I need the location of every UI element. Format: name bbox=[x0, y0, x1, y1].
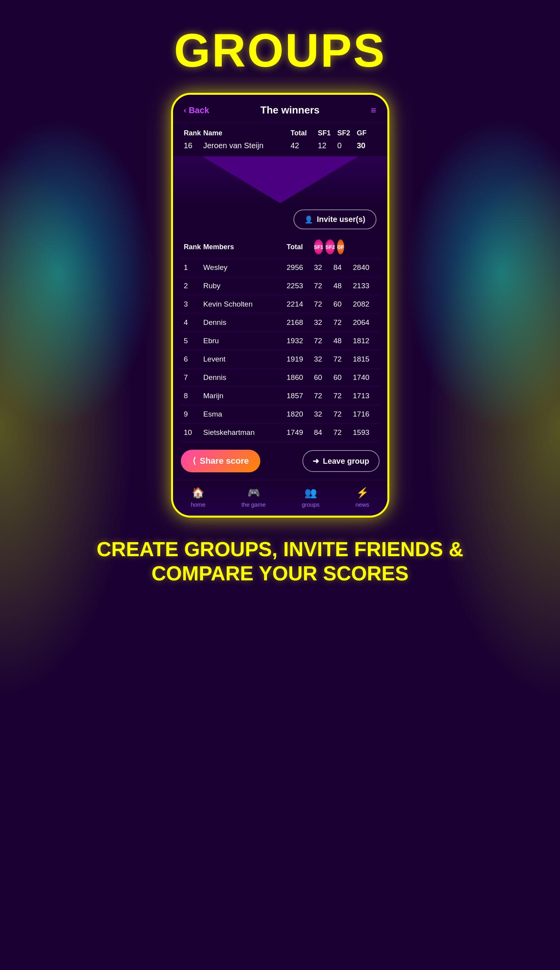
row-rank: 2 bbox=[184, 282, 203, 290]
row-name: Ebru bbox=[203, 337, 287, 345]
row-rank: 8 bbox=[184, 392, 203, 400]
row-name: Kevin Scholten bbox=[203, 300, 287, 309]
row-name: Wesley bbox=[203, 263, 287, 272]
table-row: 4 Dennis 2168 32 72 2064 bbox=[179, 313, 381, 332]
row-total: 1857 bbox=[287, 392, 314, 400]
row-sf1: 72 bbox=[314, 392, 334, 400]
current-user-section: Rank Name Total SF1 SF2 GF 16 Jeroen van… bbox=[173, 123, 387, 156]
leave-icon: ➜ bbox=[313, 456, 319, 466]
leave-group-button[interactable]: ➜ Leave group bbox=[302, 450, 380, 472]
lb-col-total: Total bbox=[287, 243, 314, 251]
col-name: Name bbox=[203, 129, 291, 137]
row-rank: 9 bbox=[184, 410, 203, 419]
row-sf1: 32 bbox=[314, 410, 334, 419]
row-gf: 2840 bbox=[353, 263, 376, 272]
lb-badges: SF1 SF2 GF bbox=[314, 239, 334, 254]
current-user-row: 16 Jeroen van Steijn 42 12 0 30 bbox=[184, 141, 376, 150]
phone-header: ‹ Back The winners ≡ bbox=[173, 95, 387, 123]
row-name: Esma bbox=[203, 410, 287, 419]
row-sf2: 48 bbox=[334, 337, 353, 345]
gf-badge: GF bbox=[337, 239, 344, 254]
row-name: Levent bbox=[203, 355, 287, 364]
tagline: CREATE GROUPS, INVITE FRIENDS &COMPARE Y… bbox=[65, 537, 495, 586]
table-row: 9 Esma 1820 32 72 1716 bbox=[179, 405, 381, 423]
col-rank: Rank bbox=[184, 129, 203, 137]
nav-item-home[interactable]: 🏠 home bbox=[191, 487, 206, 508]
back-label: Back bbox=[189, 105, 209, 115]
row-gf: 1593 bbox=[353, 428, 376, 437]
row-name: Dennis bbox=[203, 318, 287, 327]
menu-icon[interactable]: ≡ bbox=[371, 105, 376, 116]
row-sf2: 72 bbox=[334, 392, 353, 400]
row-sf1: 72 bbox=[314, 282, 334, 290]
row-gf: 1713 bbox=[353, 392, 376, 400]
row-rank: 3 bbox=[184, 300, 203, 309]
phone-frame: ‹ Back The winners ≡ Rank Name Total SF1… bbox=[171, 93, 389, 518]
row-sf1: 84 bbox=[314, 428, 334, 437]
screen-title: The winners bbox=[260, 104, 320, 116]
invite-section: 👤 Invite user(s) bbox=[173, 203, 387, 236]
table-row: 1 Wesley 2956 32 84 2840 bbox=[179, 258, 381, 277]
invite-users-button[interactable]: 👤 Invite user(s) bbox=[293, 209, 376, 229]
lb-col-rank: Rank bbox=[184, 243, 203, 251]
share-icon: ⟨ bbox=[193, 456, 196, 466]
row-total: 2956 bbox=[287, 263, 314, 272]
row-rank: 5 bbox=[184, 337, 203, 345]
row-name: Sietskehartman bbox=[203, 428, 287, 437]
row-sf1: 32 bbox=[314, 355, 334, 364]
share-score-button[interactable]: ⟨ Share score bbox=[181, 450, 261, 472]
news-icon: ⚡ bbox=[356, 487, 369, 499]
row-sf1: 72 bbox=[314, 337, 334, 345]
row-gf: 1740 bbox=[353, 373, 376, 382]
nav-item-the-game[interactable]: 🎮 the game bbox=[241, 487, 266, 508]
user-name: Jeroen van Steijn bbox=[203, 141, 291, 150]
cone-decoration bbox=[173, 156, 387, 203]
invite-label: Invite user(s) bbox=[317, 215, 365, 224]
row-rank: 10 bbox=[184, 428, 203, 437]
nav-news-label: news bbox=[355, 501, 369, 508]
row-total: 1860 bbox=[287, 373, 314, 382]
bottom-buttons: ⟨ Share score ➜ Leave group bbox=[173, 442, 387, 480]
row-name: Marijn bbox=[203, 392, 287, 400]
row-total: 1919 bbox=[287, 355, 314, 364]
row-gf: 2133 bbox=[353, 282, 376, 290]
share-label: Share score bbox=[200, 456, 249, 466]
user-total: 42 bbox=[291, 141, 318, 150]
table-row: 5 Ebru 1932 72 48 1812 bbox=[179, 332, 381, 350]
nav-groups-label: groups bbox=[302, 501, 320, 508]
row-rank: 4 bbox=[184, 318, 203, 327]
table-row: 8 Marijn 1857 72 72 1713 bbox=[179, 387, 381, 405]
row-sf2: 72 bbox=[334, 428, 353, 437]
row-name: Dennis bbox=[203, 373, 287, 382]
row-sf1: 60 bbox=[314, 373, 334, 382]
row-sf2: 60 bbox=[334, 300, 353, 309]
user-gf: 30 bbox=[357, 141, 376, 150]
row-sf2: 72 bbox=[334, 355, 353, 364]
row-sf1: 32 bbox=[314, 263, 334, 272]
table-row: 6 Levent 1919 32 72 1815 bbox=[179, 350, 381, 368]
col-gf: GF bbox=[357, 129, 376, 137]
col-total: Total bbox=[291, 129, 318, 137]
leaderboard-rows: 1 Wesley 2956 32 84 2840 2 Ruby 2253 72 … bbox=[179, 258, 381, 442]
leave-label: Leave group bbox=[323, 457, 369, 466]
nav-item-groups[interactable]: 👥 groups bbox=[302, 487, 320, 508]
home-icon: 🏠 bbox=[192, 487, 204, 499]
row-sf2: 72 bbox=[334, 410, 353, 419]
nav-item-news[interactable]: ⚡ news bbox=[355, 487, 369, 508]
row-sf2: 48 bbox=[334, 282, 353, 290]
table-row: 10 Sietskehartman 1749 84 72 1593 bbox=[179, 423, 381, 442]
row-sf1: 72 bbox=[314, 300, 334, 309]
table-row: 7 Dennis 1860 60 60 1740 bbox=[179, 368, 381, 387]
row-total: 1749 bbox=[287, 428, 314, 437]
row-gf: 1812 bbox=[353, 337, 376, 345]
back-button[interactable]: ‹ Back bbox=[184, 105, 209, 115]
user-sf1: 12 bbox=[318, 141, 337, 150]
col-sf2: SF2 bbox=[337, 129, 357, 137]
row-total: 2253 bbox=[287, 282, 314, 290]
back-arrow-icon: ‹ bbox=[184, 106, 187, 115]
col-sf1: SF1 bbox=[318, 129, 337, 137]
sf2-badge: SF2 bbox=[325, 239, 335, 254]
user-rank: 16 bbox=[184, 141, 203, 150]
row-rank: 1 bbox=[184, 263, 203, 272]
groups-icon: 👥 bbox=[304, 487, 317, 499]
